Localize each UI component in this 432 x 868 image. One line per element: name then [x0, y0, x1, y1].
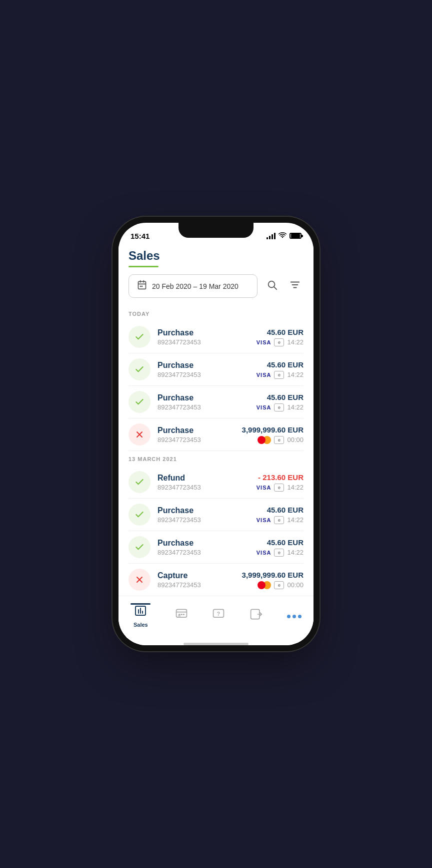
transaction-item[interactable]: Refund 892347723453 - 213.60 EUR VISA e … — [128, 466, 304, 499]
support-icon: ? — [212, 608, 225, 624]
tx-id: 892347723453 — [158, 484, 256, 491]
tx-right: 45.60 EUR VISA e 14:22 — [256, 328, 304, 346]
tx-time: 14:22 — [287, 549, 304, 556]
more-dots — [287, 613, 302, 618]
tx-details: Capture 892347723453 — [158, 571, 242, 589]
wifi-icon — [278, 232, 286, 240]
transaction-item[interactable]: Purchase 892347723453 45.60 EUR VISA e 1… — [128, 499, 304, 531]
title-underline — [128, 266, 158, 267]
transaction-item[interactable]: Purchase 892347723453 45.60 EUR VISA e 1… — [128, 321, 304, 353]
terminal-icon: e — [274, 403, 284, 411]
nav-item-more[interactable] — [282, 611, 306, 620]
nav-item-sales[interactable]: Sales — [126, 601, 156, 630]
terminal-icon: e — [274, 436, 284, 444]
section-header-today: TODAY — [128, 306, 304, 321]
filter-bar: 20 Feb 2020 – 19 Mar 2020 — [118, 274, 314, 298]
visa-logo: VISA — [256, 550, 272, 556]
filter-button[interactable] — [286, 276, 304, 296]
tx-name: Purchase — [158, 328, 256, 337]
tx-details: Purchase 892347723453 — [158, 539, 256, 556]
tx-amount: 45.60 EUR — [267, 506, 304, 514]
tx-meta: VISA e 14:22 — [256, 371, 304, 379]
tx-time: 00:00 — [287, 581, 304, 589]
tx-name: Capture — [158, 571, 242, 580]
status-time: 15:41 — [130, 232, 150, 240]
tx-status-icon — [128, 358, 150, 380]
tx-time: 14:22 — [287, 371, 304, 378]
transaction-item[interactable]: Purchase 892347723453 45.60 EUR VISA e 1… — [128, 386, 304, 418]
tx-meta: VISA e 14:22 — [256, 484, 304, 492]
tx-details: Purchase 892347723453 — [158, 361, 256, 378]
transaction-item[interactable]: Purchase 892347723453 45.60 EUR VISA e 1… — [128, 353, 304, 386]
visa-logo: VISA — [256, 372, 272, 378]
visa-logo: VISA — [256, 517, 272, 523]
tx-name: Purchase — [158, 361, 256, 370]
tx-status-icon — [128, 326, 150, 348]
tx-right: 45.60 EUR VISA e 14:22 — [256, 393, 304, 411]
home-indicator — [184, 643, 248, 645]
tx-time: 14:22 — [287, 484, 304, 491]
tx-meta: e 00:00 — [258, 436, 304, 444]
date-range-text: 20 Feb 2020 – 19 Mar 2020 — [152, 282, 238, 290]
terminal-icon: e — [274, 549, 284, 557]
transaction-item[interactable]: Purchase 892347723453 3,999,999.60 EUR e… — [128, 418, 304, 451]
tx-status-icon — [128, 391, 150, 413]
svg-rect-4 — [140, 286, 142, 287]
tx-amount: 45.60 EUR — [267, 393, 304, 401]
tx-time: 00:00 — [287, 436, 304, 444]
tx-meta: e 00:00 — [258, 581, 304, 589]
terminal-icon: e — [274, 371, 284, 379]
tx-name: Purchase — [158, 393, 256, 402]
tx-details: Purchase 892347723453 — [158, 426, 242, 444]
tx-amount: 45.60 EUR — [267, 328, 304, 336]
tx-details: Purchase 892347723453 — [158, 506, 256, 524]
svg-line-7 — [274, 287, 276, 289]
mastercard-logo — [258, 581, 271, 589]
page-title: Sales — [128, 249, 304, 266]
tx-id: 892347723453 — [158, 516, 256, 524]
tx-details: Purchase 892347723453 — [158, 393, 256, 411]
tx-meta: VISA e 14:22 — [256, 549, 304, 557]
mastercard-logo — [258, 436, 271, 444]
nav-item-support[interactable]: ? — [207, 606, 230, 626]
terminal-nav-icon — [175, 608, 188, 624]
terminal-icon: e — [274, 338, 284, 346]
tx-amount: - 213.60 EUR — [258, 473, 304, 482]
nav-item-terminal[interactable] — [170, 606, 193, 626]
tx-name: Purchase — [158, 539, 256, 548]
transaction-item[interactable]: Capture 892347723453 3,999,999.60 EUR e … — [128, 564, 304, 596]
sales-icon — [134, 605, 146, 620]
tx-id: 892347723453 — [158, 436, 242, 444]
tx-name: Refund — [158, 474, 256, 483]
tx-id: 892347723453 — [158, 371, 256, 378]
tx-details: Purchase 892347723453 — [158, 328, 256, 346]
terminal-icon: e — [274, 516, 284, 524]
search-button[interactable] — [264, 276, 280, 296]
tx-status-icon — [128, 423, 150, 446]
status-icons — [266, 232, 302, 240]
tx-id: 892347723453 — [158, 581, 242, 589]
tx-time: 14:22 — [287, 516, 304, 524]
visa-logo: VISA — [256, 339, 272, 345]
date-picker-button[interactable]: 20 Feb 2020 – 19 Mar 2020 — [128, 274, 258, 298]
battery-icon — [290, 233, 302, 239]
visa-logo: VISA — [256, 485, 272, 491]
tx-amount: 3,999,999.60 EUR — [242, 571, 304, 579]
bottom-nav: Sales — [118, 596, 314, 640]
tx-name: Purchase — [158, 426, 242, 435]
tx-time: 14:22 — [287, 338, 304, 346]
tx-right: 45.60 EUR VISA e 14:22 — [256, 506, 304, 524]
terminal-icon: e — [274, 581, 284, 589]
tx-id: 892347723453 — [158, 549, 256, 556]
tx-id: 892347723453 — [158, 403, 256, 411]
svg-text:?: ? — [217, 611, 220, 616]
tx-meta: VISA e 14:22 — [256, 516, 304, 524]
calendar-icon — [137, 280, 147, 292]
transaction-item[interactable]: Purchase 892347723453 45.60 EUR VISA e 1… — [128, 531, 304, 564]
tx-name: Purchase — [158, 506, 256, 515]
tx-status-icon — [128, 471, 150, 493]
svg-rect-23 — [182, 614, 184, 615]
tx-status-icon — [128, 569, 150, 591]
tx-status-icon — [128, 504, 150, 526]
nav-item-logout[interactable] — [244, 606, 268, 626]
